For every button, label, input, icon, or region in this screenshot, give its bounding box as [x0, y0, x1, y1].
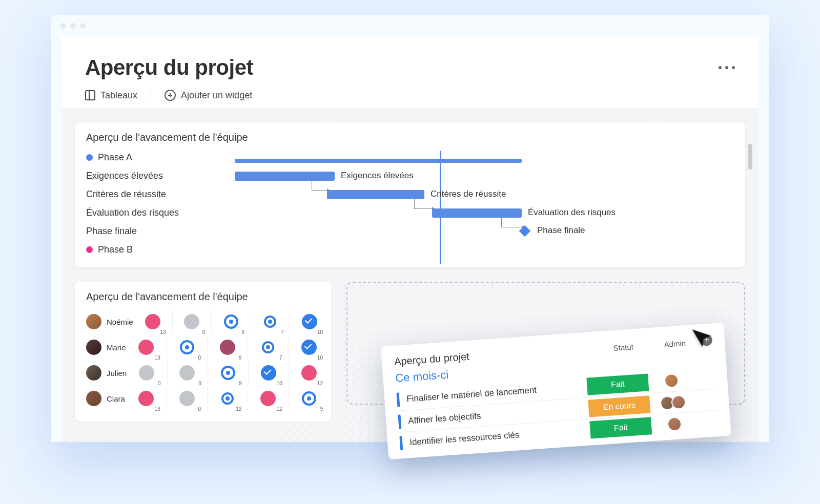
plus-circle-icon — [165, 90, 176, 101]
row-end-spacer — [694, 377, 715, 379]
scrollbar-thumb[interactable] — [748, 144, 752, 170]
phase-dot-icon — [86, 154, 93, 161]
progress-cell[interactable]: 0 — [176, 361, 198, 385]
progress-cell[interactable]: 10 — [298, 335, 320, 359]
gantt-bar-caption: Exigences élevées — [341, 171, 414, 181]
progress-cell[interactable]: 13 — [135, 387, 157, 410]
progress-cell[interactable]: 12 — [257, 387, 279, 410]
admin-cell[interactable] — [649, 394, 696, 411]
avatar — [86, 391, 101, 406]
avatar — [664, 373, 679, 388]
cell-divider — [248, 387, 248, 410]
progress-count: 12 — [277, 406, 282, 412]
progress-cell[interactable]: 0 — [136, 361, 157, 385]
gantt-bar[interactable]: Évaluation des risques — [432, 208, 522, 218]
progress-cell[interactable]: 7 — [260, 310, 281, 333]
team-progress-card[interactable]: Aperçu de l'avancement de l'équipe Noémi… — [75, 282, 331, 422]
gantt-card-title: Aperçu de l'avancement de l'équipe — [86, 132, 734, 143]
add-widget-button[interactable]: Ajouter un widget — [165, 90, 252, 101]
status-badge[interactable]: Fait — [589, 417, 652, 438]
phase-a-summary-bar[interactable] — [235, 159, 522, 163]
progress-cell[interactable]: 13 — [142, 310, 163, 333]
progress-ball-icon — [220, 340, 235, 355]
team-row: Noémie1309710 — [86, 310, 320, 333]
progress-cell[interactable]: 9 — [221, 310, 241, 333]
cell-divider — [251, 310, 251, 333]
status-badge[interactable]: Fait — [586, 373, 649, 395]
gantt-row: Évaluation des risques — [235, 206, 734, 219]
window-titlebar — [51, 15, 769, 36]
status-column-header: Statut — [613, 342, 633, 352]
phase-b-label[interactable]: Phase B — [86, 243, 219, 256]
cell-divider — [211, 310, 212, 333]
gantt-bar-caption: Phase finale — [537, 225, 585, 236]
avatar — [86, 340, 101, 355]
progress-cell[interactable]: 0 — [176, 335, 198, 359]
progress-cell[interactable]: 9 — [217, 361, 238, 385]
progress-ball-icon — [180, 340, 194, 354]
team-row: Clara13012129 — [86, 387, 320, 410]
person-name: Julien — [107, 369, 127, 377]
cell-divider — [172, 310, 173, 333]
gantt-row: Exigences élevées — [235, 169, 734, 182]
progress-count: 12 — [236, 406, 241, 412]
avatar — [667, 416, 682, 432]
progress-ball-icon — [138, 340, 154, 355]
progress-cell[interactable]: 12 — [217, 387, 239, 410]
progress-cell[interactable]: 0 — [181, 310, 202, 333]
progress-ball-icon — [221, 366, 235, 380]
cell-divider — [248, 361, 249, 385]
boards-tab-label: Tableaux — [100, 90, 137, 101]
progress-ball-icon — [261, 365, 276, 381]
progress-count: 10 — [317, 329, 323, 335]
phase-a-label[interactable]: Phase A — [86, 151, 219, 164]
progress-cell[interactable]: 10 — [257, 361, 279, 385]
gantt-row-label: Critères de réussite — [86, 187, 219, 201]
status-badge[interactable]: En cours — [588, 395, 650, 417]
cell-divider — [207, 335, 208, 359]
person-name: Clara — [107, 394, 125, 403]
progress-cell[interactable]: 9 — [298, 387, 320, 410]
admin-cell[interactable] — [648, 372, 695, 389]
row-end-spacer — [696, 400, 716, 401]
cell-divider — [167, 335, 167, 359]
window-dot-icon — [60, 23, 66, 29]
person-name: Marie — [107, 343, 126, 352]
gantt-bars-area: Exigences élevées Critères de réussite — [235, 151, 734, 261]
milestone-icon[interactable] — [519, 225, 531, 237]
gantt-bar[interactable]: Exigences élevées — [235, 172, 335, 181]
gantt-card[interactable]: Aperçu de l'avancement de l'équipe Phase… — [75, 122, 745, 267]
team-person[interactable]: Noémie — [86, 314, 133, 329]
gantt-bar[interactable]: Critères de réussite — [327, 190, 424, 199]
avatar — [86, 365, 101, 381]
gantt-row-label: Exigences élevées — [86, 169, 219, 182]
progress-cell[interactable]: 7 — [257, 335, 279, 359]
progress-cell[interactable]: 0 — [176, 387, 198, 410]
progress-count: 9 — [239, 381, 242, 386]
progress-cell[interactable]: 9 — [217, 335, 239, 359]
cell-divider — [290, 310, 290, 333]
progress-cell[interactable]: 13 — [135, 335, 157, 359]
progress-ball-icon — [145, 314, 160, 329]
gantt-row-label: Évaluation des risques — [86, 206, 219, 219]
project-overview-overlay[interactable]: Aperçu du projet Statut Admin + Ce mois-… — [381, 323, 731, 459]
more-menu-icon[interactable] — [719, 66, 735, 69]
gantt-bar-caption: Évaluation des risques — [528, 207, 616, 218]
add-widget-label: Ajouter un widget — [181, 90, 252, 101]
progress-ball-icon — [179, 391, 195, 406]
team-person[interactable]: Clara — [86, 391, 126, 406]
team-person[interactable]: Marie — [86, 340, 126, 355]
progress-count: 0 — [198, 355, 201, 361]
boards-tab[interactable]: Tableaux — [85, 90, 137, 101]
task-group-bar-icon — [398, 414, 401, 429]
team-row: Julien0091012 — [86, 361, 320, 385]
cell-divider — [289, 387, 289, 410]
progress-count: 13 — [155, 406, 160, 412]
team-person[interactable]: Julien — [86, 365, 127, 381]
progress-cell[interactable]: 12 — [298, 361, 320, 385]
progress-cell[interactable]: 10 — [299, 310, 320, 333]
dashboard-canvas: Aperçu de l'avancement de l'équipe Phase… — [61, 109, 758, 442]
page-body: Aperçu du projet Tableaux Ajouter un wid… — [61, 36, 758, 442]
progress-count: 10 — [277, 381, 282, 386]
admin-cell[interactable] — [651, 415, 698, 432]
